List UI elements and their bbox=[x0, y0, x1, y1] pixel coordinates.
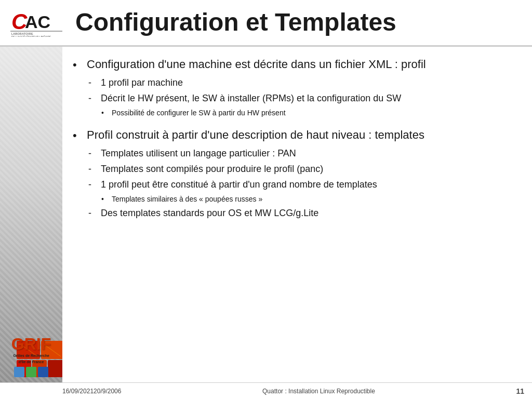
grif-subtitle-line1: Grilles de Recherche bbox=[11, 353, 51, 358]
grif-icon-3 bbox=[38, 367, 48, 377]
header: C AC LABORATOIRE DE L'ACCÉLÉRATEUR LINÉA… bbox=[0, 0, 532, 47]
grif-icon-1 bbox=[14, 367, 24, 377]
sub-bullet-1-1: - 1 profil par machine bbox=[88, 76, 516, 89]
sub-sub-text-2-1: Templates similaires à des « poupées rus… bbox=[112, 194, 262, 205]
sub-text-2-1: Templates utilisent un langage particuli… bbox=[101, 147, 296, 160]
main-content: • Configuration d'une machine est décrit… bbox=[62, 47, 532, 382]
sub-bullet-1-2: - Décrit le HW présent, le SW à installe… bbox=[88, 92, 516, 105]
logo-area: C AC LABORATOIRE DE L'ACCÉLÉRATEUR LINÉA… bbox=[5, 8, 68, 37]
sub-text-1-1: 1 profil par machine bbox=[101, 76, 183, 89]
bullet-text-1: Configuration d'une machine est décrite … bbox=[87, 57, 426, 72]
bullet-section-1: • Configuration d'une machine est décrit… bbox=[73, 57, 516, 118]
sub-dash-1-1: - bbox=[88, 76, 95, 89]
sub-text-2-3: 1 profil peut être constitué à partir d'… bbox=[101, 178, 377, 191]
footer-title: Quattor : Installation Linux Reproductib… bbox=[121, 388, 516, 395]
grif-text: GRIF bbox=[11, 336, 51, 352]
cac-logo: C AC LABORATOIRE DE L'ACCÉLÉRATEUR LINÉA… bbox=[10, 8, 62, 37]
sub-bullets-1: - 1 profil par machine - Décrit le HW pr… bbox=[88, 76, 516, 118]
sub-dash-1-2: - bbox=[88, 92, 95, 105]
sub-sub-bullet-2-1: • Templates similaires à des « poupées r… bbox=[101, 194, 516, 205]
footer-date: 16/09/202120/9/2006 bbox=[62, 388, 121, 395]
title-area: Configuration et Templates bbox=[75, 9, 522, 36]
bullet-dot-1: • bbox=[73, 58, 81, 72]
content-area: GRIF Grilles de Recherche d'Île de Franc… bbox=[0, 47, 532, 382]
sub-text-2-4: Des templates standards pour OS et MW LC… bbox=[101, 207, 318, 220]
svg-text:AC: AC bbox=[25, 12, 50, 32]
sub-sub-text-1-1: Possibilité de configurer le SW à partir… bbox=[112, 108, 286, 118]
left-sidebar: GRIF Grilles de Recherche d'Île de Franc… bbox=[0, 47, 62, 382]
grif-subtitle-line2: d'Île de France bbox=[11, 360, 51, 365]
sub-dash-2-2: - bbox=[88, 163, 95, 176]
sub-dash-2-4: - bbox=[88, 207, 95, 220]
bullet-section-2: • Profil construit à partir d'une descri… bbox=[73, 128, 516, 220]
cac-logo-svg: C AC LABORATOIRE DE L'ACCÉLÉRATEUR LINÉA… bbox=[10, 8, 62, 37]
sub-sub-bullet-1-1: • Possibilité de configurer le SW à part… bbox=[101, 108, 516, 118]
sub-text-2-2: Templates sont compilés pour produire le… bbox=[101, 163, 323, 176]
slide-container: C AC LABORATOIRE DE L'ACCÉLÉRATEUR LINÉA… bbox=[0, 0, 532, 399]
sub-dash-2-3: - bbox=[88, 178, 95, 191]
svg-text:DE L'ACCÉLÉRATEUR LINÉAIRE: DE L'ACCÉLÉRATEUR LINÉAIRE bbox=[11, 35, 51, 37]
bullet-main-2: • Profil construit à partir d'une descri… bbox=[73, 128, 516, 143]
sub-sub-dot-1-1: • bbox=[101, 108, 108, 118]
sub-bullet-2-2: - Templates sont compilés pour produire … bbox=[88, 163, 516, 176]
sub-text-1-2: Décrit le HW présent, le SW à installer … bbox=[101, 92, 401, 105]
slide-title: Configuration et Templates bbox=[75, 9, 522, 36]
bullet-main-1: • Configuration d'une machine est décrit… bbox=[73, 57, 516, 72]
bullet-text-2: Profil construit à partir d'une descript… bbox=[87, 128, 424, 143]
footer: 16/09/202120/9/2006 Quattor : Installati… bbox=[0, 382, 532, 399]
grif-logo: GRIF Grilles de Recherche d'Île de Franc… bbox=[11, 336, 51, 377]
sub-bullets-2: - Templates utilisent un langage particu… bbox=[88, 147, 516, 220]
sub-bullet-2-3: - 1 profil peut être constitué à partir … bbox=[88, 178, 516, 191]
sub-sub-dot-2-1: • bbox=[101, 194, 108, 205]
bullet-dot-2: • bbox=[73, 129, 81, 142]
grif-icon-2 bbox=[26, 367, 36, 377]
footer-page: 11 bbox=[516, 387, 524, 395]
sub-bullet-2-1: - Templates utilisent un langage particu… bbox=[88, 147, 516, 160]
sub-bullet-2-4: - Des templates standards pour OS et MW … bbox=[88, 207, 516, 220]
sub-dash-2-1: - bbox=[88, 147, 95, 160]
